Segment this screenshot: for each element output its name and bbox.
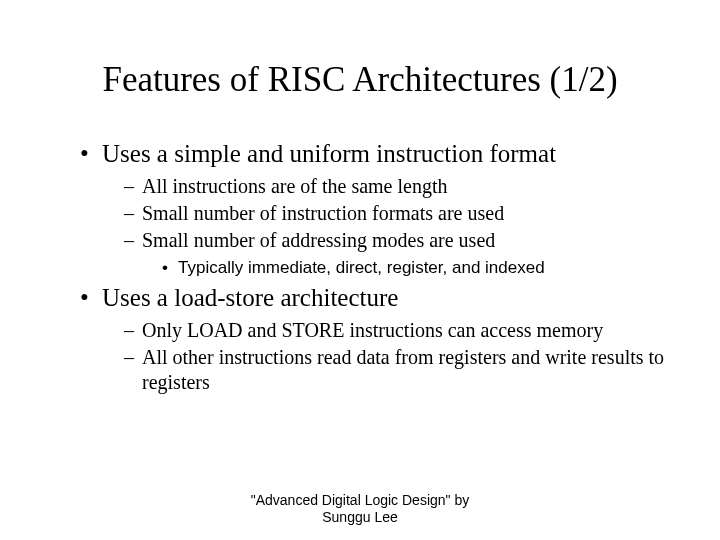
subsub-list: Typically immediate, direct, register, a… (142, 257, 670, 278)
sub-item: Small number of addressing modes are use… (124, 228, 670, 278)
sub-list: All instructions are of the same length … (102, 174, 670, 278)
sub-item: Only LOAD and STORE instructions can acc… (124, 318, 670, 343)
sub-list: Only LOAD and STORE instructions can acc… (102, 318, 670, 395)
sub-item: All instructions are of the same length (124, 174, 670, 199)
sub-item-text: Small number of addressing modes are use… (142, 229, 495, 251)
sub-item: All other instructions read data from re… (124, 345, 670, 395)
subsub-item: Typically immediate, direct, register, a… (162, 257, 670, 278)
bullet-list: Uses a simple and uniform instruction fo… (50, 140, 670, 395)
slide-footer: "Advanced Digital Logic Design" by Sungg… (0, 492, 720, 526)
bullet-item: Uses a load-store architecture Only LOAD… (80, 284, 670, 395)
sub-item: Small number of instruction formats are … (124, 201, 670, 226)
bullet-text: Uses a simple and uniform instruction fo… (102, 140, 556, 167)
bullet-text: Uses a load-store architecture (102, 284, 398, 311)
footer-line: "Advanced Digital Logic Design" by (0, 492, 720, 509)
footer-line: Sunggu Lee (0, 509, 720, 526)
slide: Features of RISC Architectures (1/2) Use… (0, 0, 720, 540)
bullet-item: Uses a simple and uniform instruction fo… (80, 140, 670, 278)
slide-title: Features of RISC Architectures (1/2) (50, 60, 670, 100)
